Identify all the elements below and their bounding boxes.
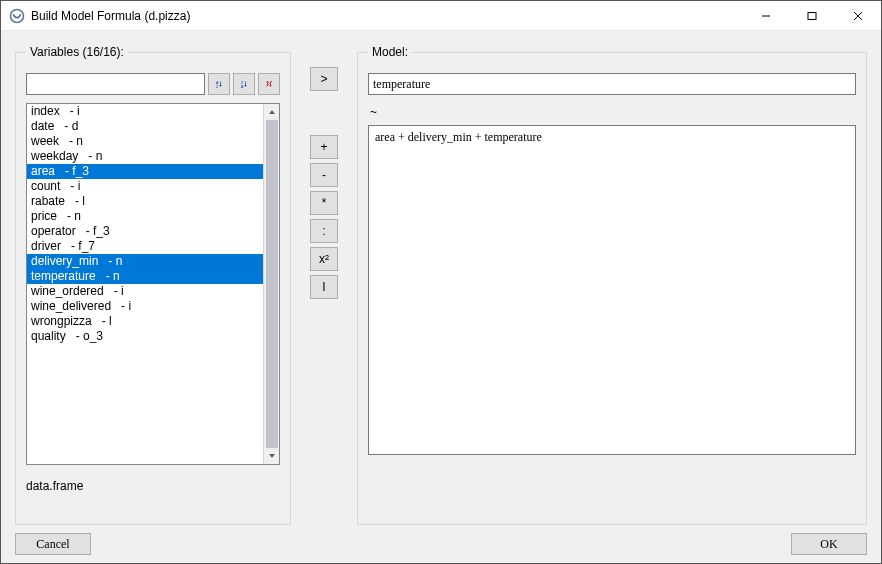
list-item[interactable]: wine_delivered - i <box>27 299 263 314</box>
scroll-up-button[interactable] <box>264 104 280 120</box>
cancel-button[interactable]: Cancel <box>15 533 91 555</box>
list-item[interactable]: temperature - n <box>27 269 263 284</box>
svg-text:Z: Z <box>241 81 244 85</box>
svg-point-0 <box>11 9 24 22</box>
listbox-scrollbar[interactable] <box>263 104 279 464</box>
square-button[interactable]: x² <box>310 247 338 271</box>
svg-text:A: A <box>216 81 219 85</box>
list-item[interactable]: area - f_3 <box>27 164 263 179</box>
formula-textarea[interactable] <box>368 125 856 455</box>
scroll-thumb[interactable] <box>266 120 278 450</box>
list-item[interactable]: index - i <box>27 104 263 119</box>
svg-text:A: A <box>241 85 244 89</box>
dialog-footer: Cancel OK <box>1 533 881 564</box>
operator-column: > + - * : x² I <box>291 45 357 525</box>
sort-za-button[interactable]: Z A <box>233 73 255 95</box>
scroll-down-button[interactable] <box>264 448 280 464</box>
close-button[interactable] <box>835 1 881 31</box>
sort-reset-button[interactable] <box>258 73 280 95</box>
list-item[interactable]: rabate - l <box>27 194 263 209</box>
svg-text:Z: Z <box>216 85 219 89</box>
tilde-label: ~ <box>370 105 856 119</box>
filter-input[interactable] <box>26 73 205 95</box>
variables-listbox[interactable]: index - idate - dweek - nweekday - narea… <box>26 103 280 465</box>
app-icon <box>9 8 25 24</box>
model-group: Model: ~ <box>357 45 867 525</box>
response-input[interactable] <box>368 73 856 95</box>
list-item[interactable]: driver - f_7 <box>27 239 263 254</box>
window-title: Build Model Formula (d.pizza) <box>31 9 190 23</box>
minus-button[interactable]: - <box>310 163 338 187</box>
dialog-body: Variables (16/16): A Z Z A <box>1 31 881 533</box>
list-item[interactable]: wrongpizza - l <box>27 314 263 329</box>
send-button[interactable]: > <box>310 67 338 91</box>
variables-group: Variables (16/16): A Z Z A <box>15 45 291 525</box>
list-item[interactable]: delivery_min - n <box>27 254 263 269</box>
list-item[interactable]: count - i <box>27 179 263 194</box>
svg-rect-1 <box>808 12 816 19</box>
ok-button[interactable]: OK <box>791 533 867 555</box>
list-item[interactable]: operator - f_3 <box>27 224 263 239</box>
list-item[interactable]: price - n <box>27 209 263 224</box>
list-item[interactable]: weekday - n <box>27 149 263 164</box>
list-item[interactable]: week - n <box>27 134 263 149</box>
plus-button[interactable]: + <box>310 135 338 159</box>
maximize-button[interactable] <box>789 1 835 31</box>
dataframe-type-label: data.frame <box>26 479 280 493</box>
variables-legend: Variables (16/16): <box>26 45 128 59</box>
minimize-button[interactable] <box>743 1 789 31</box>
identity-button[interactable]: I <box>310 275 338 299</box>
titlebar: Build Model Formula (d.pizza) <box>1 1 881 31</box>
times-button[interactable]: * <box>310 191 338 215</box>
colon-button[interactable]: : <box>310 219 338 243</box>
sort-az-button[interactable]: A Z <box>208 73 230 95</box>
list-item[interactable]: wine_ordered - i <box>27 284 263 299</box>
model-legend: Model: <box>368 45 412 59</box>
list-item[interactable]: quality - o_3 <box>27 329 263 344</box>
dialog-window: Build Model Formula (d.pizza) Variables … <box>0 0 882 564</box>
list-item[interactable]: date - d <box>27 119 263 134</box>
